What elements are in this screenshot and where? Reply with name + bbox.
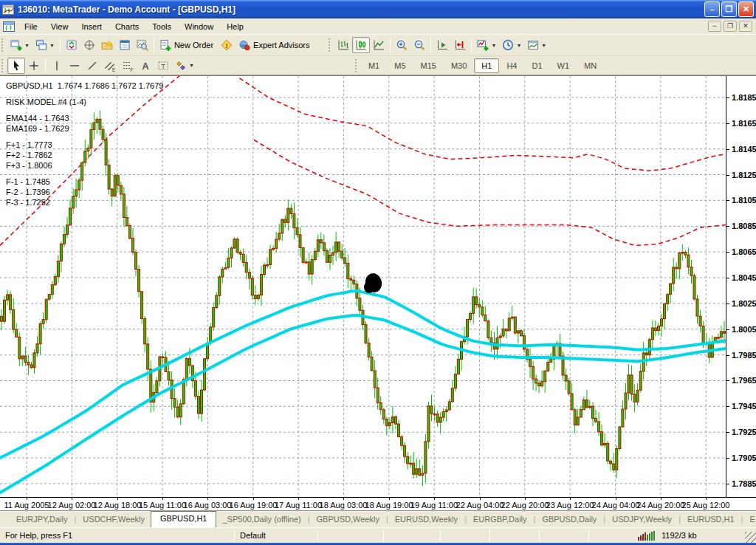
time-tick: [72, 498, 72, 500]
time-tick: [298, 498, 299, 500]
minimize-button[interactable]: –: [704, 1, 720, 17]
toolbar-grip[interactable]: [355, 59, 359, 72]
menu-file[interactable]: File: [18, 20, 44, 33]
templates-button[interactable]: ▼: [524, 37, 549, 53]
maximize-button[interactable]: ❐: [721, 1, 737, 17]
strategy-tester-button[interactable]: [134, 37, 151, 53]
zoom-out-button[interactable]: [410, 37, 428, 53]
menu-window[interactable]: Window: [178, 20, 220, 33]
chart-tab--sp500-daily-offline-[interactable]: _SP500,Daily (offline): [216, 512, 306, 527]
menu-charts[interactable]: Charts: [109, 20, 145, 33]
menu-help[interactable]: Help: [220, 20, 250, 33]
dropdown-caret-icon[interactable]: ▼: [189, 63, 194, 68]
timeframe-h4-button[interactable]: H4: [499, 58, 524, 73]
timeframe-m15-button[interactable]: M15: [413, 58, 444, 73]
trendline-button[interactable]: [83, 58, 101, 74]
price-label: 1.8145: [732, 145, 756, 154]
timeframe-d1-button[interactable]: D1: [524, 58, 549, 73]
menu-view[interactable]: View: [44, 20, 75, 33]
price-axis[interactable]: 1.81851.81651.81451.81251.81051.80851.80…: [726, 76, 756, 497]
toolbar-separator: [60, 38, 61, 52]
metaeditor-button[interactable]: !: [218, 37, 236, 53]
dropdown-caret-icon[interactable]: ▼: [491, 43, 496, 48]
vertical-line-button[interactable]: [48, 58, 66, 74]
terminal-button[interactable]: [116, 37, 134, 53]
status-profile[interactable]: Default: [235, 528, 317, 544]
child-restore-button[interactable]: ❐: [724, 21, 737, 32]
text-label-button[interactable]: T: [154, 58, 172, 74]
chart-tab-eurjpy-daily[interactable]: EURJPY,Daily: [10, 512, 74, 527]
chart-tab-gbpusd-weekly[interactable]: GBPUSD,Weekly: [311, 512, 385, 527]
chart-tab-gbpusd-daily[interactable]: GBPUSD,Daily: [536, 512, 602, 527]
chart-tab-eurgbp-daily[interactable]: EURGBP,Daily: [467, 512, 533, 527]
child-close-button[interactable]: ✕: [739, 21, 752, 32]
arrows-icon: [175, 60, 187, 72]
timeframe-m1-button[interactable]: M1: [361, 58, 387, 73]
time-label: 23 Aug 12:00: [546, 501, 594, 510]
timeframe-h1-button[interactable]: H1: [474, 58, 499, 73]
trendline-icon: [86, 60, 98, 72]
chart-tab-usdchf-weekly[interactable]: USDCHF,Weekly: [77, 512, 151, 527]
chart-tab-gbpusd-h1[interactable]: GBPUSD,H1: [151, 511, 217, 527]
line-chart-icon: [373, 39, 385, 51]
price-tick: [726, 252, 729, 253]
chart-tab-eurusd-weekly[interactable]: EURUSD,Weekly: [389, 512, 464, 527]
toolbar-grip[interactable]: [1, 59, 5, 72]
new-order-icon: [159, 39, 171, 51]
indicators-button[interactable]: ▼: [474, 37, 499, 53]
periods-button[interactable]: ▼: [499, 37, 524, 53]
chart-shift-button[interactable]: [451, 37, 469, 53]
chart-tab-eurusd-h1[interactable]: EURUSD,H1: [681, 512, 740, 527]
menu-insert[interactable]: Insert: [75, 20, 109, 33]
chart-window-icon[interactable]: [3, 21, 15, 32]
new-chart-button[interactable]: ▼: [7, 37, 32, 53]
price-label: 1.8025: [732, 299, 756, 308]
time-axis[interactable]: 11 Aug 200512 Aug 02:0012 Aug 18:0015 Au…: [0, 497, 756, 511]
terminal-icon: [119, 39, 131, 51]
data-window-button[interactable]: [80, 37, 98, 53]
bar-chart-button[interactable]: [334, 37, 352, 53]
crosshair-button[interactable]: [25, 58, 43, 74]
timeframe-m5-button[interactable]: M5: [387, 58, 413, 73]
dropdown-caret-icon[interactable]: ▼: [516, 43, 521, 48]
chart-legend: GBPUSD,H1 1.7674 1.7686 1.7672 1.7679 RI…: [6, 80, 163, 208]
candlestick-chart-button[interactable]: [352, 37, 370, 53]
legend-ohlc: GBPUSD,H1 1.7674 1.7686 1.7672 1.7679: [6, 80, 163, 91]
cursor-button[interactable]: [7, 58, 25, 74]
connection-status-icon: [638, 531, 656, 541]
status-bar: For Help, press F1 Default 1192/3 kb: [0, 527, 756, 543]
arrows-button[interactable]: ▼: [172, 58, 197, 74]
dropdown-caret-icon[interactable]: ▼: [24, 43, 30, 48]
equidistant-channel-button[interactable]: E: [101, 58, 119, 74]
toolbar-grip[interactable]: [329, 38, 332, 52]
auto-scroll-icon: [436, 39, 448, 51]
horizontal-line-button[interactable]: [66, 58, 83, 74]
navigator-button[interactable]: [98, 37, 116, 53]
fibonacci-retracement-button[interactable]: F: [119, 58, 137, 74]
text-button[interactable]: A: [137, 58, 154, 74]
child-minimize-button[interactable]: –: [708, 21, 721, 32]
market-watch-button[interactable]: [63, 37, 80, 53]
zoom-in-button[interactable]: [393, 37, 410, 53]
expert-advisors-button[interactable]: Expert Advisors: [236, 37, 314, 53]
resize-grip[interactable]: [745, 532, 756, 543]
price-label: 1.8065: [732, 247, 756, 256]
crosshair-icon: [28, 60, 40, 72]
timeframe-m30-button[interactable]: M30: [444, 58, 474, 73]
toolbar-separator: [154, 38, 154, 52]
timeframe-mn-button[interactable]: MN: [577, 58, 604, 73]
auto-scroll-button[interactable]: [433, 37, 451, 53]
toolbar-grip[interactable]: [1, 38, 5, 52]
chart-tab-usdjpy-weekly[interactable]: USDJPY,Weekly: [606, 512, 678, 527]
profiles-button[interactable]: ▼: [32, 37, 58, 53]
menu-tools[interactable]: Tools: [145, 20, 178, 33]
line-chart-button[interactable]: [370, 37, 388, 53]
price-label: 1.8125: [732, 171, 756, 179]
dropdown-caret-icon[interactable]: ▼: [541, 43, 546, 48]
chart-tab-euru[interactable]: EURU: [743, 512, 755, 527]
timeframe-w1-button[interactable]: W1: [550, 58, 577, 73]
market-watch-icon: [66, 39, 78, 51]
dropdown-caret-icon[interactable]: ▼: [49, 43, 55, 48]
new-order-button[interactable]: New Order: [157, 37, 218, 53]
close-button[interactable]: ✕: [738, 1, 754, 17]
